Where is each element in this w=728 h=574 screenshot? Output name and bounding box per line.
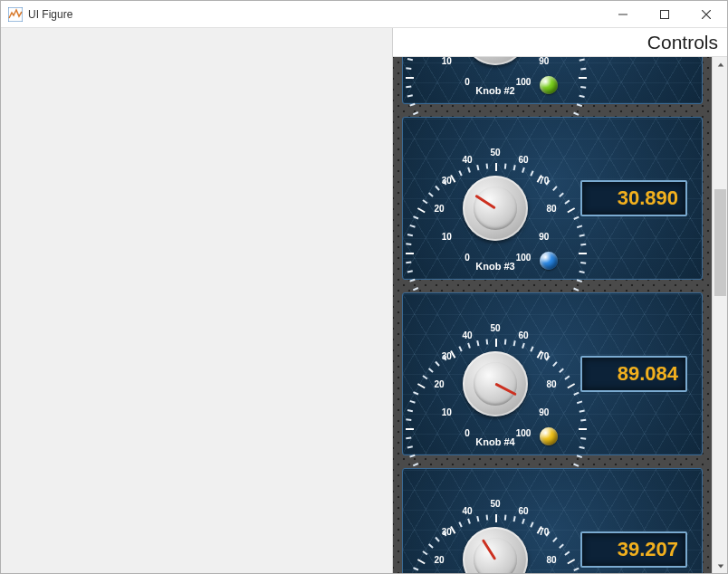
tick-label: 90 — [539, 57, 549, 66]
scroll-up-button[interactable] — [713, 57, 727, 72]
tick-label: 20 — [434, 555, 444, 565]
tick-label: 40 — [462, 506, 472, 516]
scrollbar-thumb[interactable] — [714, 189, 726, 296]
window-title: UI Figure — [28, 8, 602, 21]
close-button[interactable] — [685, 1, 727, 27]
knob-dial[interactable]: 0102030405060708090100 — [466, 531, 524, 573]
figure-canvas — [1, 28, 392, 573]
status-lamp — [540, 427, 558, 445]
tick-label: 50 — [490, 323, 500, 333]
tick-label: 70 — [539, 176, 549, 186]
tick-label: 60 — [518, 330, 528, 340]
tick-label: 10 — [442, 232, 452, 242]
window-titlebar: UI Figure — [1, 1, 727, 28]
tick-label: 0 — [465, 427, 470, 437]
maximize-button[interactable] — [644, 1, 685, 27]
knob-card: 0102030405060708090100Knob #539.207 — [402, 468, 703, 573]
tick-label: 70 — [539, 351, 549, 361]
minimize-button[interactable] — [602, 1, 644, 27]
status-lamp — [540, 76, 558, 94]
tick-label: 100 — [516, 252, 532, 262]
tick-label: 30 — [442, 176, 452, 186]
tick-label: 40 — [462, 330, 472, 340]
tick-label: 0 — [465, 76, 470, 86]
tick-label: 20 — [434, 379, 444, 389]
svg-rect-2 — [618, 14, 627, 14]
knob-label: Knob #2 — [475, 85, 514, 96]
tick-label: 0 — [465, 252, 470, 262]
tick-label: 30 — [442, 527, 452, 537]
tick-label: 100 — [516, 427, 532, 437]
tick-label: 10 — [442, 57, 452, 66]
controls-scroll-area: 0102030405060708090100Knob #201020304050… — [393, 57, 712, 573]
controls-panel: Controls 0102030405060708090100Knob #201… — [392, 28, 727, 573]
tick-label: 70 — [539, 527, 549, 537]
tick-label: 90 — [539, 407, 549, 417]
knob-dial[interactable]: 0102030405060708090100 — [466, 355, 524, 413]
knob-label: Knob #3 — [475, 261, 514, 272]
status-lamp — [540, 252, 558, 270]
knob-card: 0102030405060708090100Knob #330.890 — [402, 117, 703, 280]
tick-label: 80 — [546, 204, 556, 214]
app-icon — [8, 7, 23, 22]
knob-dial[interactable]: 0102030405060708090100 — [466, 57, 524, 62]
knob-card: 0102030405060708090100Knob #489.084 — [402, 292, 703, 455]
knob-readout: 39.207 — [580, 531, 687, 568]
knob-readout: 30.890 — [580, 180, 687, 216]
tick-label: 60 — [518, 155, 528, 165]
tick-label: 40 — [462, 155, 472, 165]
knob-dial[interactable]: 0102030405060708090100 — [466, 179, 524, 237]
tick-label: 80 — [546, 379, 556, 389]
tick-label: 90 — [539, 232, 549, 242]
tick-label: 30 — [442, 351, 452, 361]
scroll-down-button[interactable] — [713, 558, 727, 573]
tick-label: 20 — [434, 204, 444, 214]
scrollbar[interactable] — [712, 57, 727, 573]
knob-readout: 89.084 — [580, 356, 687, 392]
tick-label: 80 — [546, 555, 556, 565]
knob-label: Knob #4 — [475, 436, 514, 447]
tick-label: 60 — [518, 506, 528, 516]
tick-label: 100 — [516, 76, 532, 86]
knob-card: 0102030405060708090100Knob #2 — [402, 57, 703, 104]
svg-rect-3 — [661, 10, 669, 18]
tick-label: 50 — [490, 499, 500, 509]
tick-label: 10 — [442, 407, 452, 417]
panel-title: Controls — [393, 28, 727, 57]
tick-label: 50 — [490, 148, 500, 158]
